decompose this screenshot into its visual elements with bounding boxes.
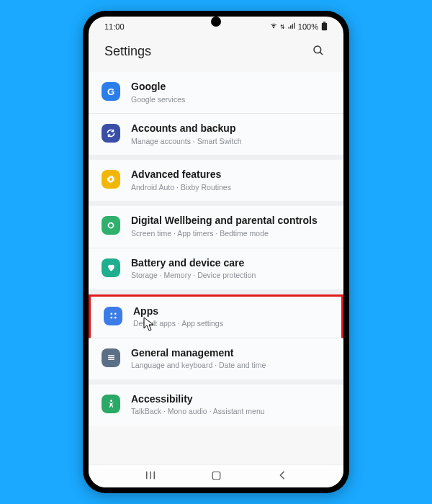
- ring-icon: [102, 216, 120, 235]
- gear-icon: [102, 170, 120, 189]
- svg-rect-1: [288, 27, 289, 29]
- divider: [89, 289, 343, 294]
- item-sub: Screen time · App timers · Bedtime mode: [131, 229, 328, 239]
- bars-icon: [102, 348, 120, 367]
- settings-item-battery-device-care[interactable]: Battery and device care Storage · Memory…: [89, 248, 343, 289]
- settings-item-digital-wellbeing[interactable]: Digital Wellbeing and parental controls …: [89, 206, 343, 248]
- sync-icon: [102, 124, 120, 143]
- item-title: Accounts and backup: [131, 122, 328, 135]
- wifi-icon: [270, 22, 277, 31]
- item-title: Google: [131, 81, 328, 94]
- svg-rect-4: [294, 23, 294, 29]
- settings-item-accounts-backup[interactable]: Accounts and backup Manage accounts · Sm…: [89, 114, 343, 155]
- item-sub: Language and keyboard · Date and time: [131, 361, 328, 371]
- battery-pct: 100%: [298, 22, 318, 31]
- recents-icon: [145, 470, 156, 480]
- settings-list: G Google Google services Accounts and ba…: [89, 72, 343, 464]
- svg-point-14: [110, 317, 112, 319]
- settings-item-general-management[interactable]: General management Language and keyboard…: [89, 338, 343, 379]
- page-title: Settings: [104, 44, 151, 59]
- item-title: Battery and device care: [131, 257, 328, 270]
- svg-point-12: [110, 313, 112, 315]
- divider: [89, 379, 343, 384]
- volte-icon: ⇅: [280, 24, 285, 30]
- svg-point-19: [110, 400, 112, 402]
- signal-icon: [288, 22, 295, 31]
- google-icon: G: [102, 82, 120, 101]
- svg-rect-5: [323, 22, 325, 23]
- heart-icon: [102, 258, 120, 277]
- person-icon: [102, 395, 120, 413]
- battery-icon: [321, 22, 328, 32]
- item-title: Advanced features: [131, 168, 328, 181]
- item-sub: Default apps · App settings: [133, 319, 325, 329]
- item-title: Digital Wellbeing and parental controls: [131, 215, 328, 228]
- svg-point-11: [109, 223, 114, 228]
- status-right: ⇅ 100%: [270, 22, 328, 32]
- search-icon: [312, 44, 325, 57]
- search-button[interactable]: [309, 41, 328, 62]
- settings-item-accessibility[interactable]: Accessibility TalkBack · Mono audio · As…: [89, 384, 343, 426]
- item-sub: Google services: [131, 95, 328, 105]
- phone-frame: 11:00 ⇅ 100% Settings: [83, 11, 349, 493]
- nav-recents-button[interactable]: [130, 467, 171, 485]
- svg-rect-23: [213, 472, 221, 480]
- svg-point-15: [114, 317, 116, 319]
- nav-home-button[interactable]: [197, 467, 236, 486]
- svg-rect-3: [292, 24, 292, 29]
- divider: [89, 155, 343, 160]
- grid-icon: [104, 307, 122, 325]
- header: Settings: [89, 37, 343, 72]
- home-icon: [211, 470, 222, 481]
- item-title: Accessibility: [131, 393, 328, 406]
- camera-notch: [211, 17, 221, 27]
- svg-rect-6: [322, 22, 327, 30]
- settings-item-google[interactable]: G Google Google services: [89, 72, 343, 114]
- svg-point-7: [314, 46, 321, 53]
- clock: 11:00: [104, 22, 125, 31]
- back-icon: [277, 470, 287, 480]
- item-sub: Manage accounts · Smart Switch: [131, 137, 328, 147]
- item-sub: TalkBack · Mono audio · Assistant menu: [131, 407, 328, 417]
- screen: 11:00 ⇅ 100% Settings: [89, 17, 343, 487]
- item-sub: Storage · Memory · Device protection: [131, 271, 328, 281]
- svg-point-10: [109, 178, 112, 181]
- svg-rect-2: [290, 25, 291, 28]
- svg-point-0: [273, 27, 274, 27]
- settings-item-apps[interactable]: Apps Default apps · App settings: [89, 294, 343, 338]
- nav-back-button[interactable]: [263, 467, 302, 485]
- nav-bar: [89, 464, 343, 487]
- item-title: Apps: [133, 305, 325, 318]
- divider: [89, 201, 343, 206]
- svg-line-8: [320, 52, 323, 55]
- item-sub: Android Auto · Bixby Routines: [131, 183, 328, 193]
- settings-item-advanced-features[interactable]: Advanced features Android Auto · Bixby R…: [89, 160, 343, 201]
- item-title: General management: [131, 347, 328, 360]
- svg-point-13: [114, 313, 116, 315]
